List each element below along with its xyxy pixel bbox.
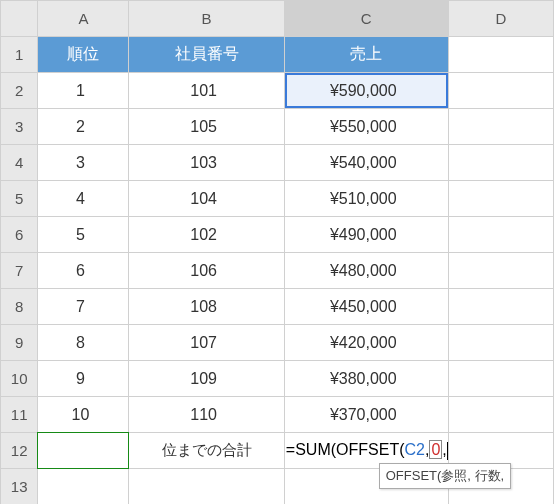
cell-A13[interactable]	[38, 469, 129, 505]
cell-A12[interactable]	[38, 433, 129, 469]
cell-B7[interactable]: 106	[129, 253, 284, 289]
cell-B10[interactable]: 109	[129, 361, 284, 397]
cell-D9[interactable]	[448, 325, 553, 361]
cell-C8[interactable]: ¥450,000	[284, 289, 448, 325]
spreadsheet-grid[interactable]: A B C D 1 順位 社員番号 売上 2 1 101 ¥590,000 3 …	[0, 0, 554, 504]
cell-A7[interactable]: 6	[38, 253, 129, 289]
row-header-6[interactable]: 6	[1, 217, 38, 253]
header-C1[interactable]: 売上	[284, 37, 448, 73]
cell-D1[interactable]	[448, 37, 553, 73]
cell-A5[interactable]: 4	[38, 181, 129, 217]
row-header-1[interactable]: 1	[1, 37, 38, 73]
row-header-4[interactable]: 4	[1, 145, 38, 181]
formula-tooltip: OFFSET(参照, 行数,	[379, 463, 511, 489]
cell-A9[interactable]: 8	[38, 325, 129, 361]
cell-C9[interactable]: ¥420,000	[284, 325, 448, 361]
cell-D6[interactable]	[448, 217, 553, 253]
row-header-8[interactable]: 8	[1, 289, 38, 325]
text-cursor	[447, 442, 448, 460]
row-header-12[interactable]: 12	[1, 433, 38, 469]
cell-B3[interactable]: 105	[129, 109, 284, 145]
cell-D7[interactable]	[448, 253, 553, 289]
col-header-D[interactable]: D	[448, 1, 553, 37]
cell-D11[interactable]	[448, 397, 553, 433]
cell-B13[interactable]	[129, 469, 284, 505]
cell-D2[interactable]	[448, 73, 553, 109]
corner-cell[interactable]	[1, 1, 38, 37]
col-header-A[interactable]: A	[38, 1, 129, 37]
cell-B11[interactable]: 110	[129, 397, 284, 433]
header-B1[interactable]: 社員番号	[129, 37, 284, 73]
cell-C6[interactable]: ¥490,000	[284, 217, 448, 253]
cell-B9[interactable]: 107	[129, 325, 284, 361]
row-header-2[interactable]: 2	[1, 73, 38, 109]
cell-B5[interactable]: 104	[129, 181, 284, 217]
cell-B12[interactable]: 位までの合計	[129, 433, 284, 469]
cell-A11[interactable]: 10	[38, 397, 129, 433]
cell-D3[interactable]	[448, 109, 553, 145]
cell-C10[interactable]: ¥380,000	[284, 361, 448, 397]
cell-A6[interactable]: 5	[38, 217, 129, 253]
cell-B2[interactable]: 101	[129, 73, 284, 109]
row-header-5[interactable]: 5	[1, 181, 38, 217]
cell-B6[interactable]: 102	[129, 217, 284, 253]
cell-C4[interactable]: ¥540,000	[284, 145, 448, 181]
formula-ref-C2: C2	[404, 441, 424, 458]
cell-A10[interactable]: 9	[38, 361, 129, 397]
cell-D5[interactable]	[448, 181, 553, 217]
cell-B8[interactable]: 108	[129, 289, 284, 325]
cell-B4[interactable]: 103	[129, 145, 284, 181]
col-header-B[interactable]: B	[129, 1, 284, 37]
formula-zero: 0	[429, 440, 442, 459]
cell-A8[interactable]: 7	[38, 289, 129, 325]
row-header-13[interactable]: 13	[1, 469, 38, 505]
col-header-C[interactable]: C	[284, 1, 448, 37]
header-A1[interactable]: 順位	[38, 37, 129, 73]
row-header-3[interactable]: 3	[1, 109, 38, 145]
formula-text: =SUM(OFFSET(	[286, 441, 405, 458]
cell-C3[interactable]: ¥550,000	[284, 109, 448, 145]
row-header-7[interactable]: 7	[1, 253, 38, 289]
cell-D12[interactable]: OFFSET(参照, 行数,	[448, 433, 553, 469]
row-header-10[interactable]: 10	[1, 361, 38, 397]
cell-A3[interactable]: 2	[38, 109, 129, 145]
row-header-11[interactable]: 11	[1, 397, 38, 433]
cell-A4[interactable]: 3	[38, 145, 129, 181]
cell-C7[interactable]: ¥480,000	[284, 253, 448, 289]
cell-C11[interactable]: ¥370,000	[284, 397, 448, 433]
cell-A2[interactable]: 1	[38, 73, 129, 109]
cell-D4[interactable]	[448, 145, 553, 181]
cell-C2[interactable]: ¥590,000	[284, 73, 448, 109]
cell-C5[interactable]: ¥510,000	[284, 181, 448, 217]
row-header-9[interactable]: 9	[1, 325, 38, 361]
cell-D8[interactable]	[448, 289, 553, 325]
cell-D10[interactable]	[448, 361, 553, 397]
